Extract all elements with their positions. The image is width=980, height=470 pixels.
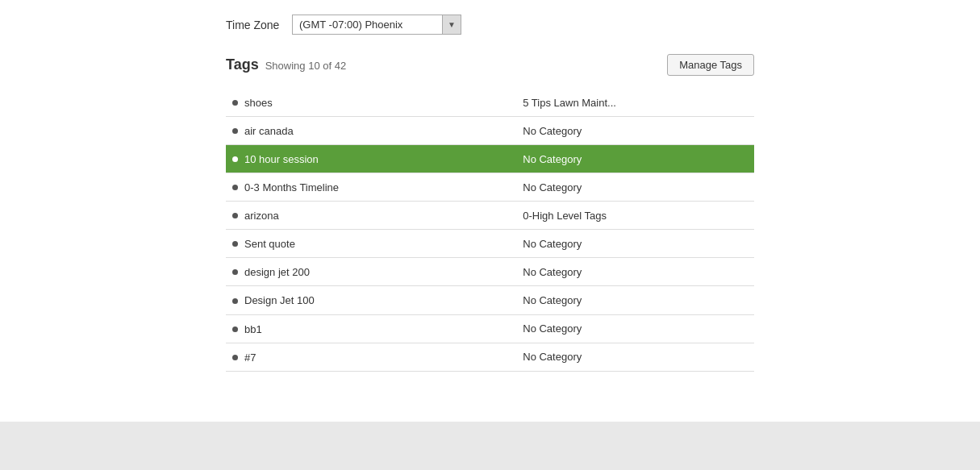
- tag-name-text: Sent quote: [244, 238, 295, 250]
- tag-category-cell: No Category: [516, 314, 754, 343]
- bullet-icon: [232, 156, 238, 162]
- tag-category-cell: No Category: [516, 230, 754, 258]
- table-row[interactable]: Sent quoteNo Category: [226, 230, 754, 258]
- tag-name-cell: 10 hour session: [226, 145, 516, 173]
- bullet-icon: [232, 355, 238, 360]
- table-row[interactable]: 10 hour sessionNo Category: [226, 145, 754, 173]
- bullet-icon: [232, 100, 238, 106]
- bullet-icon: [232, 128, 238, 134]
- table-row[interactable]: 0-3 Months TimelineNo Category: [226, 173, 754, 202]
- table-row[interactable]: design jet 200No Category: [226, 258, 754, 286]
- tag-name-text: arizona: [244, 210, 279, 222]
- tags-header: Tags Showing 10 of 42 Manage Tags: [226, 54, 754, 76]
- tag-name-text: 10 hour session: [244, 153, 319, 165]
- tags-title-group: Tags Showing 10 of 42: [226, 56, 346, 73]
- tags-count: Showing 10 of 42: [265, 60, 346, 72]
- table-row[interactable]: #7No Category: [226, 343, 754, 371]
- tag-name-text: 0-3 Months Timeline: [244, 181, 339, 193]
- table-row[interactable]: air canadaNo Category: [226, 117, 754, 145]
- timezone-label: Time Zone: [226, 19, 282, 31]
- table-row[interactable]: Design Jet 100No Category: [226, 286, 754, 314]
- tag-category-cell: No Category: [516, 286, 754, 314]
- tags-table: shoes5 Tips Lawn Maint...air canadaNo Ca…: [226, 89, 754, 372]
- bullet-icon: [232, 185, 238, 190]
- tag-name-cell: Design Jet 100: [226, 286, 516, 314]
- timezone-select[interactable]: (GMT -07:00) Phoenix(GMT -08:00) Pacific…: [292, 15, 461, 35]
- bullet-icon: [232, 298, 238, 304]
- table-row[interactable]: bb1No Category: [226, 314, 754, 343]
- tag-name-cell: bb1: [226, 314, 516, 343]
- bullet-icon: [232, 241, 238, 247]
- table-row[interactable]: shoes5 Tips Lawn Maint...: [226, 89, 754, 117]
- bullet-icon: [232, 213, 238, 218]
- tag-name-text: shoes: [244, 97, 273, 109]
- tag-name-cell: design jet 200: [226, 258, 516, 286]
- tag-name-cell: air canada: [226, 117, 516, 145]
- bullet-icon: [232, 269, 238, 275]
- tag-category-cell: No Category: [516, 173, 754, 202]
- tag-name-cell: 0-3 Months Timeline: [226, 173, 516, 202]
- tag-category-cell: No Category: [516, 117, 754, 145]
- bullet-icon: [232, 327, 238, 332]
- tag-name-text: Design Jet 100: [244, 295, 315, 307]
- tag-name-text: design jet 200: [244, 266, 310, 278]
- timezone-row: Time Zone (GMT -07:00) Phoenix(GMT -08:0…: [226, 8, 754, 35]
- tag-name-text: bb1: [244, 323, 262, 335]
- tag-category-cell: No Category: [516, 343, 754, 371]
- content-area: Time Zone (GMT -07:00) Phoenix(GMT -08:0…: [0, 0, 980, 404]
- tag-name-cell: arizona: [226, 202, 516, 230]
- tag-name-cell: #7: [226, 343, 516, 371]
- bottom-bar: [0, 422, 980, 470]
- timezone-select-wrapper: (GMT -07:00) Phoenix(GMT -08:00) Pacific…: [292, 15, 461, 35]
- tag-category-cell: 5 Tips Lawn Maint...: [516, 89, 754, 117]
- tags-title: Tags: [226, 56, 259, 73]
- tags-tbody: shoes5 Tips Lawn Maint...air canadaNo Ca…: [226, 89, 754, 371]
- tag-category-cell: No Category: [516, 145, 754, 173]
- manage-tags-button[interactable]: Manage Tags: [667, 54, 754, 76]
- tag-name-text: #7: [244, 351, 256, 364]
- tag-name-cell: shoes: [226, 89, 516, 117]
- tag-category-cell: 0-High Level Tags: [516, 202, 754, 230]
- tag-name-cell: Sent quote: [226, 230, 516, 258]
- table-row[interactable]: arizona0-High Level Tags: [226, 202, 754, 230]
- tag-name-text: air canada: [244, 125, 294, 137]
- tag-category-cell: No Category: [516, 258, 754, 286]
- page-wrapper: Time Zone (GMT -07:00) Phoenix(GMT -08:0…: [0, 0, 980, 470]
